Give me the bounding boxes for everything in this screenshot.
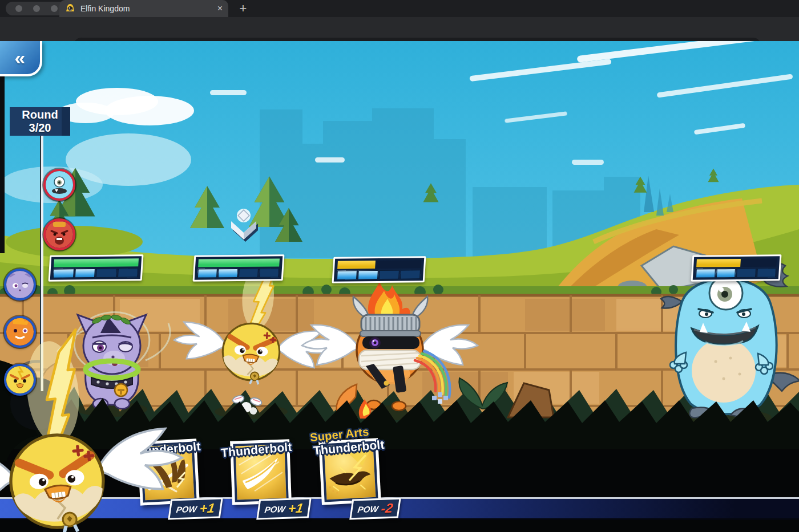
tab-favicon-icon bbox=[65, 3, 75, 14]
pow-label: POW bbox=[264, 503, 286, 514]
pow-value: +1 bbox=[199, 500, 216, 516]
pow-value: +1 bbox=[287, 500, 304, 516]
hp-segment bbox=[736, 269, 756, 278]
round-timeline bbox=[40, 136, 43, 391]
hp-segment bbox=[358, 270, 378, 279]
hp-segment bbox=[716, 269, 735, 278]
pow-banner: POW +1 bbox=[256, 497, 312, 519]
hp-segment bbox=[197, 269, 217, 278]
hp-segment bbox=[239, 269, 259, 278]
hp-segment bbox=[379, 270, 400, 279]
healthbar-enemy-cyclops bbox=[691, 254, 782, 281]
hp-segment bbox=[259, 268, 279, 277]
window-zoom-button[interactable] bbox=[51, 5, 58, 12]
pow-label: POW bbox=[176, 503, 197, 514]
new-tab-button[interactable]: + bbox=[233, 1, 253, 16]
browser-tab-bar: Elfin Kingdom × + bbox=[0, 0, 799, 17]
avatar-ally-thunder-bird[interactable] bbox=[4, 364, 36, 396]
window-close-button[interactable] bbox=[15, 5, 22, 12]
healthbar-ally-flame-fox bbox=[332, 256, 426, 283]
browser-tab[interactable]: Elfin Kingdom × bbox=[59, 0, 228, 17]
round-value: 3/20 bbox=[10, 121, 70, 135]
window-controls bbox=[6, 2, 67, 15]
avatar-enemy-cyclops[interactable] bbox=[43, 169, 75, 201]
healthbar-ally-thunder-bird bbox=[193, 254, 285, 281]
hp-segment bbox=[400, 270, 421, 279]
hp-segment bbox=[53, 269, 74, 278]
hp-segment bbox=[337, 270, 357, 279]
pow-label: POW bbox=[357, 503, 379, 514]
collapse-panel-button[interactable]: « bbox=[0, 41, 42, 76]
battle-scene bbox=[0, 41, 799, 532]
hp-segment bbox=[96, 269, 116, 278]
game-viewport: Thunderbolt Thunderbolt Super Arts Thund… bbox=[0, 41, 799, 532]
hp-segment bbox=[117, 268, 138, 277]
pow-value: -2 bbox=[380, 500, 394, 516]
hp-segment bbox=[756, 268, 776, 277]
tab-close-icon[interactable]: × bbox=[217, 4, 223, 13]
hp-segment bbox=[696, 269, 715, 278]
avatar-ally-cat[interactable] bbox=[4, 269, 36, 300]
round-label: Round bbox=[10, 108, 70, 121]
hp-segment bbox=[74, 269, 95, 278]
tab-title: Elfin Kingdom bbox=[80, 4, 217, 13]
browser-nav-bar: ← → test.elfinkingdom.com/develop/ bbox=[0, 17, 799, 41]
hp-segment bbox=[218, 269, 238, 278]
pow-banner: POW +1 bbox=[168, 497, 223, 519]
round-badge: Round 3/20 bbox=[10, 107, 70, 136]
avatar-ally-flame-fox[interactable] bbox=[4, 316, 36, 348]
window-minimize-button[interactable] bbox=[33, 5, 40, 12]
avatar-enemy-red-brute[interactable] bbox=[43, 218, 75, 250]
pow-banner: POW -2 bbox=[349, 498, 401, 520]
healthbar-ally-cat bbox=[49, 254, 144, 281]
